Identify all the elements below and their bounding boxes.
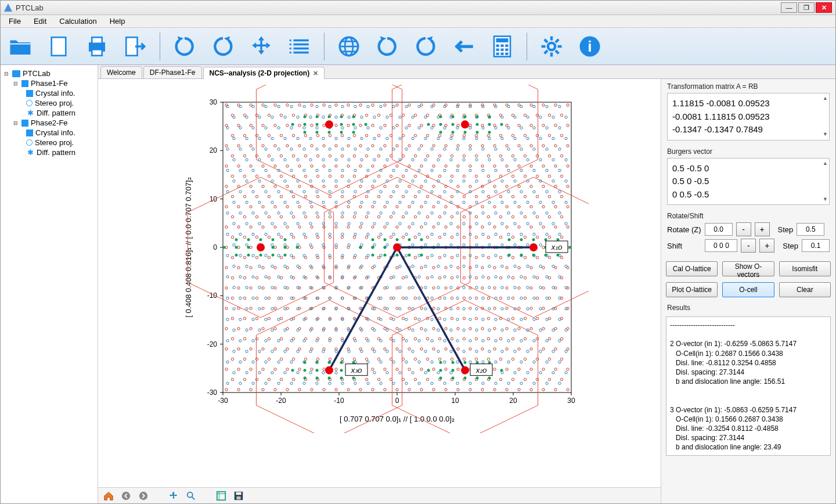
rotate-cw-2-icon[interactable]	[373, 33, 401, 60]
svg-point-1761	[325, 120, 333, 128]
burgers-box[interactable]: 0.5 -0.5 0 0.5 0 -0.5 0 0.5 -0.5▲▼	[667, 158, 830, 206]
svg-text:0: 0	[213, 243, 217, 251]
tree-crystal-info-2[interactable]: Crystal info.	[2, 128, 96, 138]
rotate-ccw-icon[interactable]	[209, 33, 237, 60]
toolbar-separator	[160, 33, 160, 60]
cal-o-lattice-button[interactable]: Cal O-lattice	[666, 261, 718, 276]
svg-point-1742	[451, 116, 454, 118]
save-plot-icon[interactable]	[233, 490, 244, 502]
svg-text:[ 0.408 0.408 0.816]₁ // [ 0.0: [ 0.408 0.408 0.816]₁ // [ 0.0 0.707 0.7…	[184, 177, 193, 317]
tree-toggle-icon[interactable]: ⊟	[4, 71, 10, 77]
svg-point-1752	[500, 123, 503, 126]
o-cell-button[interactable]: O-cell	[722, 282, 774, 297]
globe-icon[interactable]	[335, 33, 363, 60]
svg-point-1760	[461, 366, 469, 375]
svg-point-1682	[283, 246, 286, 249]
info-icon[interactable]: i	[576, 33, 604, 60]
tab-close-icon[interactable]: ✕	[313, 70, 318, 77]
tree-phase2[interactable]: ⊟ Phase2-Fe	[2, 118, 96, 128]
svg-point-1634	[359, 246, 362, 249]
pan-icon[interactable]	[168, 490, 179, 502]
svg-rect-23	[496, 48, 499, 51]
rotate-minus-button[interactable]: -	[736, 222, 751, 236]
menu-help[interactable]: Help	[104, 16, 131, 27]
open-folder-icon[interactable]	[6, 33, 34, 60]
shift-step-label: Step	[783, 242, 798, 250]
rotate-step-input[interactable]	[797, 223, 824, 236]
app-icon	[4, 3, 12, 12]
plot-canvas[interactable]: -30-20-100102030-30-20-100102030[ 0.707 …	[98, 79, 661, 487]
matrix-box[interactable]: 1.11815 -0.0081 0.09523 -0.0081 1.11815 …	[667, 93, 830, 141]
svg-text:i: i	[588, 37, 592, 55]
svg-point-1730	[340, 123, 343, 126]
menu-calculation[interactable]: Calculation	[53, 16, 102, 27]
isomisfit-button[interactable]: Isomisfit	[779, 261, 831, 276]
clear-button[interactable]: Clear	[779, 282, 831, 297]
config-icon[interactable]	[215, 490, 227, 502]
rotate-ccw-2-icon[interactable]	[412, 33, 439, 60]
tree-diff-pattern-2[interactable]: ✱Diff. pattern	[2, 147, 96, 157]
shift-plus-button[interactable]: +	[759, 239, 774, 253]
rotate-cw-icon[interactable]	[171, 33, 199, 60]
tree-stereo-proj-2[interactable]: Stereo proj.	[2, 138, 96, 147]
svg-point-1644	[408, 254, 410, 257]
svg-point-1728	[327, 116, 330, 118]
svg-point-1646	[408, 238, 410, 241]
shift-input[interactable]	[705, 239, 737, 252]
menu-file[interactable]: File	[3, 16, 27, 27]
move-icon[interactable]	[247, 33, 275, 60]
svg-point-1687	[303, 369, 306, 372]
maximize-button[interactable]: ❐	[798, 2, 815, 13]
svg-point-1667	[568, 246, 571, 249]
svg-line-1772	[192, 496, 195, 499]
menu-edit[interactable]: Edit	[28, 16, 52, 27]
svg-rect-3	[92, 49, 102, 56]
svg-point-1770	[139, 491, 147, 499]
arrow-left-icon[interactable]	[450, 33, 478, 60]
svg-point-1757	[529, 243, 538, 251]
canvas-area: -30-20-100102030-30-20-100102030[ 0.707 …	[98, 79, 835, 503]
shift-minus-button[interactable]: -	[741, 239, 756, 253]
zoom-icon[interactable]	[185, 490, 197, 502]
gear-icon[interactable]	[538, 33, 565, 60]
rotate-z-input[interactable]	[705, 223, 733, 236]
tree-stereo-proj-1[interactable]: Stereo proj.	[2, 98, 96, 108]
svg-text:-20: -20	[207, 340, 217, 348]
svg-point-1717	[488, 361, 491, 364]
forward-icon[interactable]	[138, 490, 149, 502]
svg-point-1647	[420, 254, 423, 257]
rotate-plus-button[interactable]: +	[755, 222, 770, 236]
plot-o-lattice-button[interactable]: Plot O-lattice	[666, 282, 718, 297]
tree-toggle-icon[interactable]: ⊟	[13, 120, 19, 126]
svg-point-1739	[439, 116, 442, 118]
svg-point-1733	[352, 123, 355, 126]
svg-point-10	[290, 43, 292, 45]
svg-rect-28	[505, 52, 508, 55]
tree-diff-pattern-1[interactable]: ✱Diff. pattern	[2, 108, 96, 118]
tree-crystal-info-1[interactable]: Crystal info.	[2, 88, 96, 98]
tree-phase1[interactable]: ⊟ Phase1-Fe	[2, 78, 96, 88]
tree-root-label: PTCLab	[23, 69, 51, 78]
tab-welcome[interactable]: Welcome	[100, 66, 142, 78]
tab-ncs-analysis[interactable]: NCS--analysis (2-D projection)✕	[203, 67, 325, 79]
svg-point-1718	[500, 369, 503, 372]
back-icon[interactable]	[120, 490, 132, 502]
svg-point-1689	[315, 377, 318, 380]
shift-step-input[interactable]	[802, 239, 830, 252]
show-o-vectors-button[interactable]: Show O-vectors	[722, 261, 774, 276]
minimize-button[interactable]: —	[781, 2, 797, 13]
tree-toggle-icon[interactable]: ⊟	[13, 81, 19, 87]
new-file-icon[interactable]	[45, 33, 73, 60]
exit-icon[interactable]	[121, 33, 149, 60]
svg-point-1751	[488, 116, 491, 118]
close-button[interactable]: ✕	[816, 2, 832, 13]
tree-root[interactable]: ⊟ PTCLab	[2, 69, 96, 78]
home-icon[interactable]	[103, 490, 114, 502]
results-box[interactable]: ---------------------------- 2 O-vector …	[666, 316, 831, 456]
calculator-icon[interactable]	[488, 33, 516, 60]
tab-df-phase1[interactable]: DF-Phase1-Fe	[143, 66, 202, 78]
list-icon[interactable]	[286, 33, 314, 60]
svg-point-1690	[315, 369, 318, 372]
print-icon[interactable]	[83, 33, 111, 60]
svg-point-1641	[395, 254, 398, 257]
